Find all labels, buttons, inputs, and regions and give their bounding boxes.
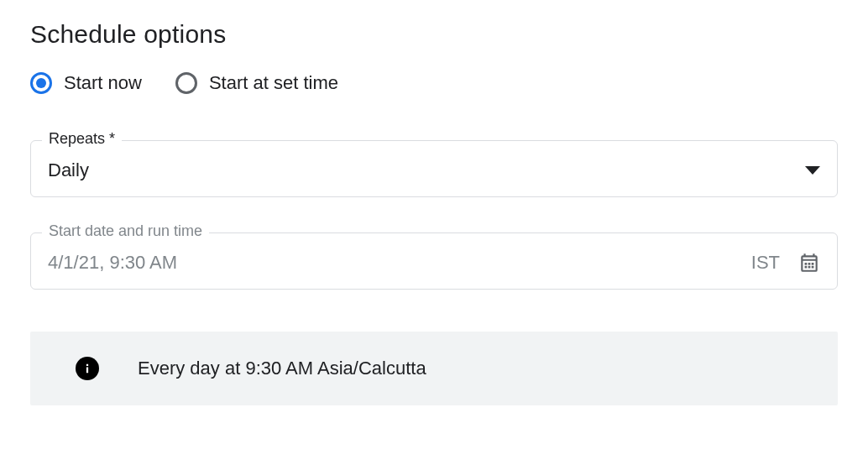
timezone-text: IST xyxy=(751,252,780,274)
radio-unselected-icon xyxy=(175,72,197,94)
start-set-time-radio[interactable]: Start at set time xyxy=(175,72,338,94)
info-icon xyxy=(76,357,99,380)
repeats-label: Repeats * xyxy=(42,130,122,148)
start-mode-radio-group: Start now Start at set time xyxy=(30,72,838,94)
chevron-down-icon xyxy=(805,166,820,175)
calendar-icon[interactable] xyxy=(798,252,820,274)
svg-rect-0 xyxy=(805,263,808,265)
svg-rect-2 xyxy=(812,263,814,265)
svg-rect-3 xyxy=(805,266,808,269)
svg-rect-5 xyxy=(812,266,814,269)
repeats-field[interactable]: Repeats * Daily xyxy=(30,140,838,197)
svg-rect-6 xyxy=(86,368,88,374)
svg-rect-4 xyxy=(808,266,811,269)
summary-text: Every day at 9:30 AM Asia/Calcutta xyxy=(138,358,426,379)
repeats-value: Daily xyxy=(48,159,89,181)
start-date-field[interactable]: Start date and run time 4/1/21, 9:30 AM … xyxy=(30,232,838,290)
start-date-label: Start date and run time xyxy=(42,222,209,240)
radio-selected-icon xyxy=(30,72,52,94)
svg-rect-7 xyxy=(86,364,88,366)
start-date-value: 4/1/21, 9:30 AM xyxy=(48,252,177,274)
schedule-summary: Every day at 9:30 AM Asia/Calcutta xyxy=(30,332,838,405)
section-title: Schedule options xyxy=(30,20,838,49)
start-now-label: Start now xyxy=(64,72,142,94)
svg-rect-1 xyxy=(808,263,811,265)
start-now-radio[interactable]: Start now xyxy=(30,72,142,94)
start-set-time-label: Start at set time xyxy=(209,72,338,94)
